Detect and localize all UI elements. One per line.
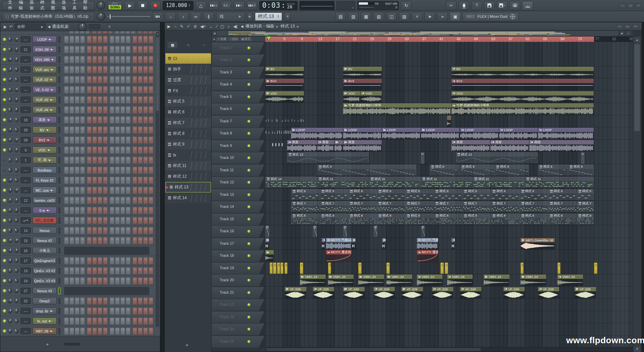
step-button[interactable] <box>92 76 97 83</box>
step-button[interactable] <box>98 46 102 53</box>
channel-mute-led[interactable] <box>3 199 6 202</box>
channel-filter-dropdown[interactable]: 全部 ▶ <box>15 23 46 30</box>
channel-target-display[interactable]: 17 <box>20 257 31 264</box>
step-button[interactable] <box>120 237 125 244</box>
track-menu-dots[interactable]: ··· <box>214 128 218 131</box>
play-button[interactable]: ▶ <box>124 1 135 10</box>
channel-pan-knob[interactable] <box>7 308 13 314</box>
channel-target-display[interactable] <box>20 217 31 224</box>
step-button[interactable] <box>75 116 79 124</box>
step-button[interactable] <box>149 167 153 174</box>
channel-button-NBT..08[interactable]: NBT..08 <box>33 328 57 335</box>
step-button[interactable] <box>115 116 120 124</box>
step-button[interactable] <box>80 136 85 144</box>
step-button[interactable] <box>149 66 153 73</box>
step-button[interactable] <box>87 116 92 124</box>
zoom-tool-icon[interactable]: ⌕ <box>228 24 230 29</box>
step-button[interactable] <box>149 277 153 285</box>
channel-pan-knob[interactable] <box>7 167 13 173</box>
pl-close-button[interactable]: × <box>632 24 639 28</box>
step-button[interactable] <box>98 207 102 214</box>
step-button[interactable] <box>110 237 114 244</box>
track-menu-dots[interactable]: ··· <box>214 299 218 302</box>
step-button[interactable] <box>110 106 114 114</box>
step-button[interactable] <box>92 31 97 34</box>
step-button[interactable] <box>143 86 148 94</box>
step-button[interactable] <box>69 237 74 244</box>
channel-button-可..乖[interactable]: 可..乖 <box>33 157 57 164</box>
step-button[interactable] <box>132 297 137 305</box>
channel-volume-knob[interactable] <box>13 127 20 133</box>
step-button[interactable] <box>126 167 130 174</box>
step-button[interactable] <box>87 36 92 43</box>
channel-pan-knob[interactable] <box>8 77 13 82</box>
channel-pan-knob[interactable] <box>7 248 13 254</box>
track-menu-dots[interactable]: ··· <box>214 262 218 266</box>
step-button[interactable] <box>103 217 108 224</box>
channel-mute-led[interactable] <box>3 128 6 131</box>
step-button[interactable] <box>143 116 148 124</box>
track-led[interactable] <box>248 303 250 306</box>
step-button[interactable] <box>115 307 120 315</box>
step-button[interactable] <box>103 167 108 174</box>
step-button[interactable] <box>120 217 125 224</box>
step-button[interactable] <box>120 76 125 83</box>
channel-mute-led[interactable] <box>3 159 6 162</box>
step-button[interactable] <box>110 66 114 73</box>
channel-volume-knob[interactable] <box>13 237 19 243</box>
step-button[interactable] <box>75 86 79 94</box>
step-button[interactable] <box>138 187 143 194</box>
track-led[interactable] <box>248 193 250 196</box>
channel-button-QinEn..V3 #3[interactable]: QinEn..V3 #3 <box>33 277 57 284</box>
step-button[interactable] <box>103 197 108 204</box>
step-button[interactable] <box>138 317 143 325</box>
picker-tab-audio[interactable]: ∿ <box>183 42 193 48</box>
playlist-clip-样式 14[interactable]: 样式 14 <box>265 177 317 188</box>
channel-button-drop..lls[interactable]: drop..lls <box>33 307 57 314</box>
track-led[interactable] <box>248 132 250 135</box>
step-button[interactable] <box>125 31 130 34</box>
channel-mute-led[interactable] <box>3 48 6 51</box>
step-button[interactable] <box>143 307 148 315</box>
step-button[interactable] <box>126 56 130 63</box>
step-button[interactable] <box>143 56 148 63</box>
step-button[interactable] <box>138 146 143 154</box>
step-button[interactable] <box>126 217 130 224</box>
step-button[interactable] <box>138 116 143 124</box>
playlist-clip[interactable] <box>328 262 331 274</box>
step-button[interactable] <box>110 56 114 63</box>
playlist-clip[interactable] <box>277 262 280 274</box>
step-button[interactable] <box>143 328 148 335</box>
step-button[interactable] <box>92 227 97 234</box>
countdown-button[interactable]: ≬ <box>203 12 214 21</box>
step-button[interactable] <box>87 157 92 164</box>
menu-item-文件[interactable]: 文件 <box>6 0 16 12</box>
step-button[interactable] <box>115 277 120 285</box>
paint-brush-icon[interactable]: ✐ <box>187 24 190 29</box>
channel-target-display[interactable]: --- <box>20 328 31 334</box>
track-header-2[interactable]: ···Track 2 <box>212 54 264 66</box>
step-button[interactable] <box>75 46 79 53</box>
track-menu-dots[interactable]: ··· <box>214 336 218 339</box>
pattern-item-样式 12[interactable]: 样式 12 <box>165 171 211 182</box>
add-track-button[interactable]: + <box>213 37 215 41</box>
step-button[interactable] <box>92 297 97 305</box>
step-button[interactable] <box>110 86 114 94</box>
channel-target-display[interactable]: --- <box>20 308 31 314</box>
channel-volume-knob[interactable] <box>13 278 19 284</box>
step-button[interactable] <box>138 227 143 234</box>
step-button[interactable] <box>132 227 137 234</box>
channel-volume-knob[interactable] <box>13 318 19 324</box>
step-button[interactable] <box>69 86 74 94</box>
step-button[interactable] <box>120 307 125 315</box>
channel-mute-led[interactable] <box>3 319 6 322</box>
step-button[interactable] <box>87 46 92 53</box>
playlist-clip[interactable]: ▸▸ <box>581 152 584 164</box>
channel-target-display[interactable]: --- <box>20 56 31 63</box>
playlist-clip[interactable] <box>313 226 317 237</box>
step-button[interactable] <box>87 96 92 104</box>
step-button[interactable] <box>149 257 153 265</box>
step-button[interactable] <box>64 66 69 73</box>
step-button[interactable] <box>132 257 137 265</box>
step-button[interactable] <box>92 157 97 164</box>
